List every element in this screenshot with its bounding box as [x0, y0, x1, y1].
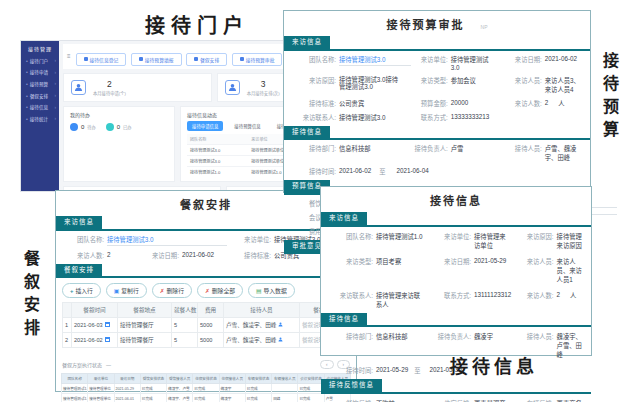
screenshot-canvas: 接待门户 接待预算 餐叙安排 接待信息 接待管理 •接待门户› •接待申请› •…	[0, 0, 640, 402]
dining-table-header: 餐叙时间	[72, 303, 118, 318]
cell: 接待管理单位	[88, 384, 114, 394]
portal-quick-button[interactable]: 接待预算填报	[131, 53, 182, 66]
exec-table-row[interactable]: 接待管理测试1.0接待管理单位2021-06-01已完成魏凌宇、卢雪已完成魏凌宇…	[62, 394, 351, 402]
cell: 接待管理单位	[88, 394, 114, 402]
stat-value: 3	[247, 79, 280, 89]
dining-toolbar-button[interactable]: 删除行	[152, 283, 192, 298]
exec-table-header: 团队名称	[62, 374, 88, 384]
toolbar-button-icon	[205, 288, 210, 294]
todo-item[interactable]: 0待办	[70, 123, 96, 131]
sidebar-item[interactable]: •接待门户›	[21, 55, 59, 67]
dining-toolbar-button[interactable]: 导入数据	[248, 283, 295, 298]
field-amount: 预算金额:20000	[402, 99, 496, 108]
portal-quick-button[interactable]: 餐叙安排	[186, 53, 227, 66]
dining-table-row[interactable]: 2 2021-06-02 接待管理餐厅 5 5000 卢雪、魏凌宇、田峰 餐叙说…	[63, 333, 350, 348]
dining-table-row[interactable]: 1 2021-06-03 接待管理餐厅 5 5000 卢雪、魏凌宇、田峰 餐叙说…	[63, 318, 350, 333]
bullet-icon: •	[26, 116, 28, 122]
cell-place[interactable]: 接待管理餐厅	[118, 318, 172, 333]
sidebar-item[interactable]: •接待信息›	[21, 101, 59, 113]
stat-value: 2	[93, 79, 126, 89]
portal-sidebar: 接待管理 •接待门户› •接待申请› •接待预算› •餐叙安排› •接待信息› …	[21, 41, 59, 191]
caption-info-bottom: 接待信息	[450, 352, 538, 378]
sidebar-item[interactable]: •接待申请›	[21, 67, 59, 79]
section-tab-reception: 接待信息	[284, 126, 330, 139]
cell-staff[interactable]: 卢雪、魏凌宇、田峰	[224, 333, 300, 348]
info-panel-title: 接待信息	[321, 187, 591, 212]
sidebar-item[interactable]: •接待统计›	[21, 113, 59, 125]
field-team: 团队名称:接待管理测试1.0	[327, 232, 425, 241]
cell-staff[interactable]: 卢雪、魏凌宇、田峰	[224, 318, 300, 333]
toolbar-button-icon	[70, 288, 73, 294]
people-icon[interactable]	[278, 337, 283, 343]
cell-time[interactable]: 2021-06-02	[72, 333, 118, 348]
portal-quick-button[interactable]: 接待信息登记	[76, 53, 127, 66]
toolbar-button-icon	[114, 288, 119, 294]
todo-item[interactable]: 0已办	[106, 123, 132, 131]
sidebar-item[interactable]: •接待预算›	[21, 78, 59, 90]
cell-count[interactable]: 5	[172, 318, 198, 333]
dining-toolbar-button[interactable]: 插入行	[62, 283, 101, 298]
sidebar-item-label: 接待门户	[30, 58, 48, 64]
cell: 已完成	[140, 394, 166, 402]
dining-table-header: 餐叙地点	[118, 303, 172, 318]
portal-quick-button-label: 接待预算填报	[145, 56, 174, 63]
field-phone: 联系方式:13333333213	[402, 113, 496, 122]
people-icon[interactable]	[278, 322, 283, 328]
status-dot-icon	[106, 123, 114, 131]
field-count: 来访人数:2人	[508, 291, 585, 300]
section-tab-reception: 接待信息	[321, 313, 367, 326]
section-tab-visit: 来访信息	[56, 216, 102, 229]
portal-quick-button[interactable]: 接待预算审批	[232, 53, 283, 66]
todo-count: 0	[81, 124, 84, 130]
bullet-icon: •	[26, 93, 28, 99]
calendar-icon[interactable]	[105, 337, 110, 342]
toolbar-button-label: 删除行	[167, 286, 184, 295]
field-date: 来访日期:2021-05-29	[425, 257, 508, 266]
exec-table-header: 餐饮接收人员	[167, 374, 193, 384]
exec-status-title: 餐叙方案执行状态	[62, 361, 102, 368]
cell: 2021-06-01	[114, 394, 140, 402]
sidebar-item-label: 接待信息	[30, 104, 48, 110]
calendar-icon[interactable]	[105, 322, 110, 327]
button-icon	[139, 57, 143, 61]
budget-panel-title: 接待预算审批NP	[284, 11, 590, 36]
toolbar-button-icon	[256, 288, 261, 294]
field-date: 来访日期:2021-06-02	[137, 251, 229, 260]
sidebar-item-label: 接待统计	[30, 116, 48, 122]
field-date: 来访日期:2021-06-02	[496, 55, 584, 64]
cell-count[interactable]: 5	[172, 333, 198, 348]
team-link[interactable]: 接待管理测试3.0	[339, 55, 411, 66]
field-leader: 接待负责人:卢雪	[402, 144, 496, 153]
button-icon	[194, 57, 198, 61]
exec-status-header: 餐叙方案执行状态 — ‹›	[56, 358, 356, 371]
exec-table-header: 来访单位	[88, 374, 114, 384]
status-dot-icon	[70, 123, 78, 131]
exec-table-row[interactable]: 接待管理测试1.0接待管理单位2021-05-29已完成魏凌宇、卢雪已完成魏凌宇…	[62, 384, 351, 394]
dynamic-tab[interactable]: 接待申请信息	[187, 121, 223, 131]
field-team: 团队名称:接待管理测试3.0	[62, 235, 229, 246]
button-icon	[240, 57, 244, 61]
cell-time[interactable]: 2021-06-03	[72, 318, 118, 333]
dynamic-tab[interactable]: 接待预算信息	[229, 121, 265, 131]
collapse-menu-icon[interactable]: ≡	[67, 53, 71, 59]
badge-icon	[225, 80, 240, 95]
dining-toolbar-button[interactable]: 删除全部	[197, 283, 243, 298]
field-standard: 接待标准:公司贵宾	[290, 99, 402, 108]
field-leader: 接待负责人:魏凌宇	[425, 332, 508, 341]
stat-card-applications[interactable]: 2 本月接待申请(个)	[63, 73, 212, 102]
sidebar-item-label: 接待预算	[30, 81, 48, 87]
cell: 已完成	[193, 384, 219, 394]
stat-label: 本月接待安排(次)	[247, 90, 280, 96]
field-time-range: 接待时间:2021-05-29至2021-05-30	[327, 366, 462, 375]
portal-quick-button-label: 接待预算审批	[246, 56, 275, 63]
collapse-icon[interactable]: —	[106, 362, 111, 368]
cell: 2021-05-29	[114, 384, 140, 394]
dining-toolbar-button[interactable]: 复制行	[106, 283, 147, 298]
cell-place[interactable]: 接待管理餐厅	[118, 333, 172, 348]
cell-cost[interactable]: 5000	[198, 318, 224, 333]
sidebar-item[interactable]: •餐叙安排›	[21, 90, 59, 102]
cell-cost[interactable]: 5000	[198, 333, 224, 348]
team-link[interactable]: 接待管理测试3.0	[107, 235, 227, 246]
section-tab-visit: 来访信息	[284, 36, 330, 49]
cell: 已完成	[245, 394, 271, 402]
